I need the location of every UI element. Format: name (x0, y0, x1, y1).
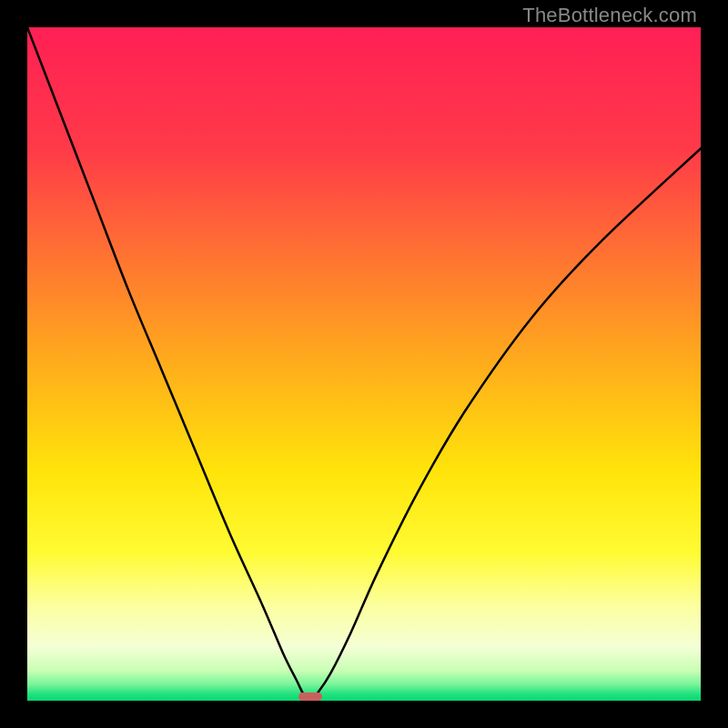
bottleneck-curve (27, 27, 701, 701)
optimum-marker (298, 693, 322, 701)
chart-frame (27, 27, 701, 701)
watermark-text: TheBottleneck.com (522, 4, 697, 27)
